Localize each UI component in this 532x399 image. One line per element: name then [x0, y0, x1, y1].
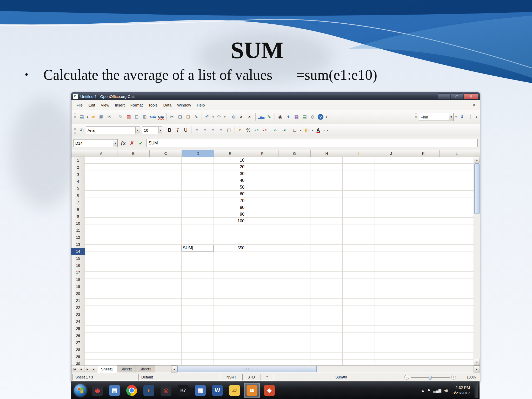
column-header-A[interactable]: A — [85, 150, 117, 157]
cell-B30[interactable] — [117, 353, 149, 360]
row-header-6[interactable]: 6 — [71, 192, 85, 199]
horizontal-scrollbar[interactable]: ◀ ┃┃┃ ▶ — [171, 365, 480, 373]
row-header-16[interactable]: 16 — [71, 262, 85, 269]
background-color-icon[interactable]: ◧ — [303, 126, 310, 134]
title-bar[interactable]: Untitled 1 - OpenOffice.org Calc —▢✕ — [71, 92, 480, 100]
close-button[interactable]: ✕ — [464, 94, 478, 99]
cell-D2[interactable] — [182, 164, 214, 170]
cell-L19[interactable] — [439, 278, 474, 285]
cell-I14[interactable] — [343, 245, 375, 251]
cell-H9[interactable] — [310, 211, 343, 218]
cell-D30[interactable] — [182, 353, 214, 360]
cell-I6[interactable] — [343, 191, 375, 197]
sheet-tab-sheet3[interactable]: Sheet3 — [136, 365, 155, 373]
cell-D21[interactable] — [182, 292, 214, 299]
cell-L4[interactable] — [439, 177, 474, 184]
cell-L8[interactable] — [439, 204, 474, 211]
cell-G14[interactable] — [278, 245, 310, 251]
status-insert-mode[interactable]: INSRT — [220, 374, 242, 381]
row-header-2[interactable]: 2 — [71, 164, 85, 171]
cell-J31[interactable] — [375, 360, 407, 365]
cell-J24[interactable] — [375, 312, 407, 319]
delete-decimal-icon[interactable]: ×.0 — [261, 126, 268, 134]
cell-A2[interactable] — [85, 164, 117, 170]
cell-E8[interactable]: 80 — [214, 204, 246, 211]
cell-G23[interactable] — [278, 305, 310, 312]
cell-G15[interactable] — [278, 251, 310, 258]
cell-F13[interactable] — [246, 238, 278, 245]
impress-icon[interactable]: ◆ — [262, 383, 277, 398]
cell-F5[interactable] — [246, 184, 278, 191]
draw-functions-icon[interactable]: ✎ — [265, 113, 273, 121]
chart-icon[interactable]: ▂▅▃ — [257, 113, 265, 121]
find-previous-icon[interactable]: ⇧ — [467, 113, 474, 121]
cell-K29[interactable] — [407, 346, 439, 353]
cell-I27[interactable] — [343, 332, 375, 339]
find-toolbar-grip[interactable] — [415, 114, 417, 120]
cell-B8[interactable] — [117, 204, 149, 211]
cell-H16[interactable] — [310, 258, 343, 265]
toolbar-grip[interactable] — [74, 114, 76, 120]
cell-B31[interactable] — [117, 360, 149, 365]
cell-F19[interactable] — [246, 278, 278, 285]
cell-G4[interactable] — [278, 177, 310, 184]
cell-K10[interactable] — [407, 218, 439, 224]
cell-I24[interactable] — [343, 312, 375, 319]
cell-F8[interactable] — [246, 204, 278, 211]
first-sheet-button[interactable]: |◀ — [71, 365, 78, 373]
cell-C6[interactable] — [149, 191, 182, 197]
cell-L25[interactable] — [439, 319, 474, 326]
cell-D22[interactable] — [182, 299, 214, 305]
formula-input-line[interactable]: SUM — [146, 139, 478, 147]
status-zoom-level[interactable]: 100% — [458, 374, 479, 381]
cell-D3[interactable] — [182, 170, 214, 177]
cell-I18[interactable] — [343, 272, 375, 278]
cell-L16[interactable] — [439, 258, 474, 265]
cell-H14[interactable] — [310, 245, 343, 251]
cell-G18[interactable] — [278, 272, 310, 278]
cell-H4[interactable] — [310, 177, 343, 184]
cell-D12[interactable] — [182, 231, 214, 238]
cell-C10[interactable] — [149, 218, 182, 224]
redo-icon-dropdown[interactable]: ▾ — [223, 113, 227, 121]
cell-J19[interactable] — [375, 278, 407, 285]
zoom-out-icon[interactable]: − — [404, 375, 409, 380]
cell-B4[interactable] — [117, 177, 149, 184]
row-header-28[interactable]: 28 — [71, 346, 85, 353]
row-header-15[interactable]: 15 — [71, 255, 85, 262]
cell-A27[interactable] — [85, 332, 117, 339]
cell-C16[interactable] — [149, 258, 182, 265]
cell-G3[interactable] — [278, 170, 310, 177]
document-close-icon[interactable]: ✕ — [470, 103, 478, 107]
cell-C26[interactable] — [149, 326, 182, 332]
cell-F2[interactable] — [246, 164, 278, 170]
cell-L22[interactable] — [439, 299, 474, 305]
cell-L26[interactable] — [439, 326, 474, 332]
cell-G9[interactable] — [278, 211, 310, 218]
export-pdf-icon[interactable]: ▥ — [125, 113, 132, 121]
cell-H13[interactable] — [310, 238, 343, 245]
cell-L18[interactable] — [439, 272, 474, 278]
row-header-29[interactable]: 29 — [71, 353, 85, 360]
cell-C22[interactable] — [149, 299, 182, 305]
row-header-13[interactable]: 13 — [71, 241, 85, 248]
cell-E31[interactable] — [214, 360, 246, 365]
cell-E10[interactable]: 100 — [214, 218, 246, 224]
last-sheet-button[interactable]: ▶| — [91, 365, 97, 373]
scroll-right-icon[interactable]: ▶ — [474, 365, 480, 373]
cell-B11[interactable] — [117, 224, 149, 231]
cell-I8[interactable] — [343, 204, 375, 211]
find-options-icon[interactable]: ▾ — [475, 113, 478, 121]
cell-J21[interactable] — [375, 292, 407, 299]
spellcheck-icon[interactable]: ABC — [149, 113, 157, 121]
cell-G7[interactable] — [278, 197, 310, 204]
cell-L17[interactable] — [439, 265, 474, 272]
find-input[interactable] — [419, 114, 449, 120]
cell-G31[interactable] — [278, 360, 310, 365]
cell-F28[interactable] — [246, 339, 278, 346]
cell-B17[interactable] — [117, 265, 149, 272]
cell-H5[interactable] — [310, 184, 343, 191]
cell-B24[interactable] — [117, 312, 149, 319]
cell-H21[interactable] — [310, 292, 343, 299]
column-header-C[interactable]: C — [150, 150, 182, 157]
